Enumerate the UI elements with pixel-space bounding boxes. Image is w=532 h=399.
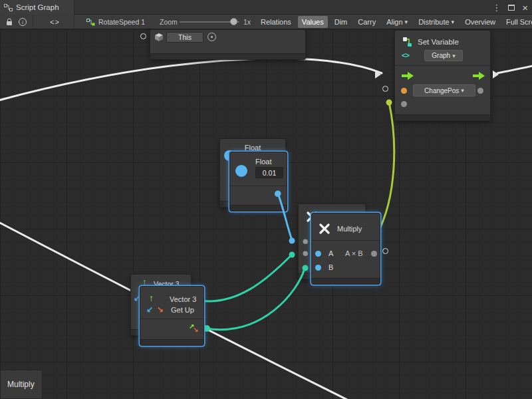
menu-kebab-icon[interactable] xyxy=(492,3,501,12)
flow-input-arrow-icon[interactable] xyxy=(402,72,414,80)
flow-input-triangle-marker[interactable] xyxy=(375,70,381,78)
green-wire-endpoint[interactable] xyxy=(386,100,392,106)
float-type-icon xyxy=(235,165,247,177)
node-title: Float xyxy=(255,158,271,166)
window-controls xyxy=(492,0,528,15)
variable-name-dropdown[interactable]: ChangePos xyxy=(413,84,475,96)
values-button[interactable]: Values xyxy=(298,16,328,28)
multiply-output-circle-marker[interactable] xyxy=(382,248,388,254)
carry-button[interactable]: Carry xyxy=(354,16,380,28)
blue-wire-endpoint[interactable] xyxy=(289,238,295,244)
teal-wire-getup-to-multiply-b[interactable] xyxy=(206,269,305,330)
node-footer xyxy=(140,339,203,345)
value-port-circle-marker[interactable] xyxy=(382,86,388,92)
down-left-arrow-icon: ↙ xyxy=(134,295,140,302)
node-float[interactable]: Float 0.01 xyxy=(229,152,287,211)
graph-canvas[interactable]: This Set Variable <> Graph xyxy=(0,29,532,399)
node-title: Vector 3 xyxy=(170,295,196,303)
titlebar: Script Graph xyxy=(0,0,532,15)
distribute-dropdown-button[interactable]: Distribute xyxy=(414,16,458,28)
dim-button[interactable]: Dim xyxy=(331,16,352,28)
input-port-a[interactable] xyxy=(303,239,308,244)
graph-asset-icon xyxy=(86,19,95,26)
gameobject-cube-icon xyxy=(154,33,164,42)
node-footer xyxy=(150,53,305,59)
port-b-label: B xyxy=(329,263,333,271)
relations-button[interactable]: Relations xyxy=(257,16,295,28)
unity-script-graph-window: Script Graph <> RotateSpee xyxy=(0,0,532,399)
info-icon[interactable] xyxy=(19,18,27,26)
graph-toolbar: <> RotateSpeed 1 Zoom 1x Relations Value… xyxy=(0,15,532,29)
variable-name-port[interactable] xyxy=(401,88,407,94)
green-wire-multiply-to-setvariable[interactable] xyxy=(378,102,394,233)
result-label: A × B xyxy=(345,249,363,257)
script-graph-icon xyxy=(4,4,13,11)
overview-button[interactable]: Overview xyxy=(461,16,499,28)
float-output-port[interactable] xyxy=(275,191,281,197)
flow-output-arrow-icon[interactable] xyxy=(473,72,485,80)
node-title: Multiply xyxy=(337,225,362,233)
result-output-port[interactable] xyxy=(371,251,377,257)
lock-icon[interactable] xyxy=(6,18,13,26)
this-node-label[interactable]: This xyxy=(166,32,203,43)
input-port-b[interactable] xyxy=(303,251,308,256)
zoom-slider[interactable] xyxy=(180,21,239,23)
down-left-arrow-icon: ↙ xyxy=(146,305,153,313)
value-input-port[interactable] xyxy=(401,101,407,107)
flow-wire-into-set-variable[interactable] xyxy=(0,59,382,101)
node-footer xyxy=(395,114,490,120)
scope-value: Graph xyxy=(432,52,450,59)
zoom-label: Zoom xyxy=(160,15,178,29)
node-this-group[interactable]: This xyxy=(150,29,306,60)
node-vector3-get-up[interactable]: ↑ ↙ ↘ Vector 3 Get Up ↗ ↘ xyxy=(140,286,204,346)
window-title: Script Graph xyxy=(16,3,59,11)
graph-breadcrumb[interactable]: RotateSpeed 1 xyxy=(86,15,145,29)
code-view-toggle[interactable]: <> xyxy=(36,15,74,29)
variable-name-value: ChangePos xyxy=(424,87,459,94)
align-dropdown-button[interactable]: Align xyxy=(382,16,412,28)
fullscreen-button[interactable]: Full Screen xyxy=(502,16,532,28)
input-port-b[interactable] xyxy=(315,265,321,271)
up-arrow-icon: ↑ xyxy=(149,293,154,303)
down-right-arrow-icon: ↘ xyxy=(157,305,164,313)
node-set-variable[interactable]: Set Variable <> Graph ChangePos xyxy=(394,30,491,121)
graph-name: RotateSpeed 1 xyxy=(98,18,145,26)
vector3-type-icon: ↘ xyxy=(193,327,198,333)
node-subtitle: Get Up xyxy=(171,306,194,314)
maximize-icon[interactable] xyxy=(508,5,515,11)
this-node-left-port-indicator[interactable] xyxy=(140,33,146,39)
value-output-port[interactable] xyxy=(477,88,483,94)
set-variable-icon xyxy=(402,37,413,47)
self-target-icon[interactable] xyxy=(207,33,216,41)
scope-code-icon: <> xyxy=(402,51,409,59)
flow-wire-out-of-set-variable[interactable] xyxy=(497,65,532,73)
flow-output-triangle-marker[interactable] xyxy=(493,70,499,78)
float-value-field[interactable]: 0.01 xyxy=(255,167,283,178)
zoom-slider-knob[interactable] xyxy=(230,18,237,25)
multiply-x-icon xyxy=(319,223,330,234)
script-graph-tab[interactable]: Script Graph xyxy=(0,0,74,15)
input-port-a[interactable] xyxy=(315,251,321,257)
node-title: Set Variable xyxy=(418,38,459,46)
multiply-tooltip: Multiply xyxy=(0,370,43,399)
close-icon[interactable] xyxy=(522,3,528,13)
node-multiply[interactable]: Multiply A A × B B xyxy=(311,213,380,285)
zoom-value: 1x xyxy=(243,15,251,29)
variable-scope-dropdown[interactable]: Graph xyxy=(424,50,463,61)
teal-wire-getup-to-multiply-a[interactable] xyxy=(193,255,291,301)
toolbar-buttons: Relations Values Dim Carry Align Distrib… xyxy=(257,16,532,28)
up-arrow-icon: ↑ xyxy=(142,278,146,286)
node-footer xyxy=(312,278,380,284)
port-a-label: A xyxy=(329,249,333,257)
tooltip-label: Multiply xyxy=(7,380,35,389)
teal-wire-endpoint-a[interactable] xyxy=(289,252,295,258)
node-footer xyxy=(230,205,287,211)
getup-output-port-dot[interactable] xyxy=(203,325,210,332)
toolbar-left-group xyxy=(0,15,33,29)
